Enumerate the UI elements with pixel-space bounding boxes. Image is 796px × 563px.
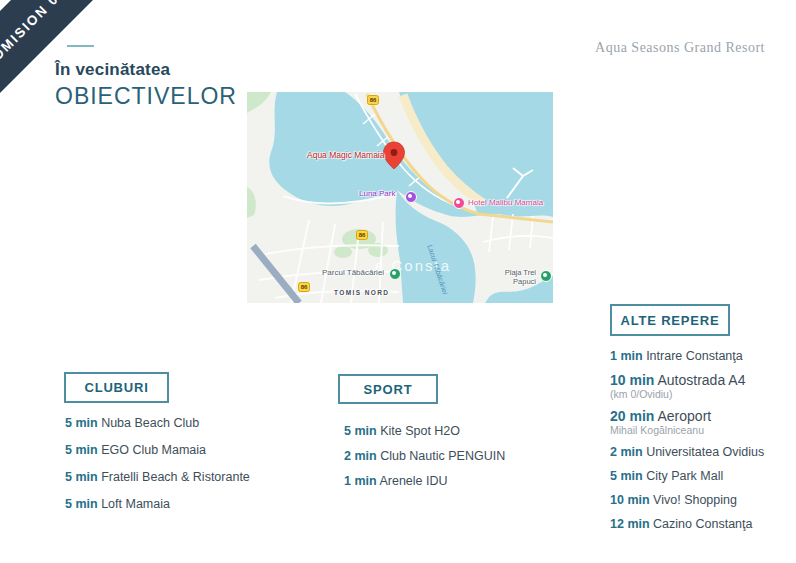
list-item: 12 min Cazino Constanţa bbox=[610, 516, 764, 532]
section-header-alte-repere: ALTE REPERE bbox=[610, 304, 730, 336]
poi-name: Cazino Constanţa bbox=[653, 517, 752, 531]
map-label-plaja-trei-papuci: Plaja Trei Papuci bbox=[496, 268, 536, 286]
title-divider bbox=[67, 45, 94, 47]
map-label-hotel-malibu: Hotel Malibu Mamaia bbox=[468, 198, 543, 207]
travel-time: 5 min bbox=[65, 470, 98, 484]
poi-name: Vivo! Shopping bbox=[653, 493, 737, 507]
list-item: 2 min Universitatea Ovidius bbox=[610, 444, 764, 460]
section-title-cluburi: CLUBURI bbox=[84, 380, 148, 395]
poi-name: Nuba Beach Club bbox=[101, 416, 199, 430]
section-title-alte-repere: ALTE REPERE bbox=[621, 313, 720, 328]
list-item: 1 min Intrare Constanţa bbox=[610, 348, 764, 364]
poi-subtext: (km 0/Ovidiu) bbox=[610, 388, 764, 400]
list-cluburi: 5 min Nuba Beach Club 5 min EGO Club Mam… bbox=[65, 416, 250, 524]
list-sport: 5 min Kite Spot H2O 2 min Club Nautic PE… bbox=[344, 424, 505, 499]
poi-name: Kite Spot H2O bbox=[380, 424, 460, 438]
travel-time: 12 min bbox=[610, 517, 650, 531]
list-item: 20 min Aeroport Mihail Kogălniceanu bbox=[610, 408, 764, 436]
poi-name: Intrare Constanţa bbox=[646, 349, 743, 363]
list-item: 10 min Vivo! Shopping bbox=[610, 492, 764, 508]
beach-poi-icon bbox=[540, 270, 552, 282]
page-title-line2: OBIECTIVELOR bbox=[55, 83, 237, 110]
map-label-plaja-line2: Papuci bbox=[496, 277, 536, 286]
travel-time: 5 min bbox=[65, 443, 98, 457]
travel-time: 5 min bbox=[65, 497, 98, 511]
list-item: 5 min EGO Club Mamaia bbox=[65, 443, 250, 457]
section-title-sport: SPORT bbox=[364, 382, 413, 397]
map-label-aqua-magic: Aqua Magic Mamaia bbox=[307, 150, 384, 160]
list-item: 5 min Loft Mamaia bbox=[65, 497, 250, 511]
location-map: e Consta Lacul Tăbăcăriei 86 86 86 Aqua … bbox=[247, 92, 553, 303]
poi-name: EGO Club Mamaia bbox=[101, 443, 206, 457]
list-alte-repere: 1 min Intrare Constanţa 10 min Autostrad… bbox=[610, 348, 764, 540]
section-header-cluburi: CLUBURI bbox=[64, 372, 169, 403]
list-item: 5 min Kite Spot H2O bbox=[344, 424, 505, 438]
list-item: 5 min Fratelli Beach & Ristorante bbox=[65, 470, 250, 484]
map-label-luna-park: Luna Park bbox=[359, 189, 395, 198]
hotel-poi-icon bbox=[453, 197, 465, 209]
road-badge-icon: 86 bbox=[298, 282, 310, 292]
map-label-parcul-tabacariei: Parcul Tăbăcăriei bbox=[322, 268, 384, 277]
road-badge-icon: 86 bbox=[367, 95, 379, 105]
list-item: 5 min Nuba Beach Club bbox=[65, 416, 250, 430]
poi-name: City Park Mall bbox=[646, 469, 723, 483]
list-item: 10 min Autostrada A4 (km 0/Ovidiu) bbox=[610, 372, 764, 400]
travel-time: 5 min bbox=[65, 416, 98, 430]
list-item: 1 min Arenele IDU bbox=[344, 474, 505, 488]
page-title-line1: În vecinătatea bbox=[55, 60, 237, 80]
amusement-park-poi-icon bbox=[405, 191, 417, 203]
list-item: 2 min Club Nautic PENGUIN bbox=[344, 449, 505, 463]
poi-name: Universitatea Ovidius bbox=[646, 445, 764, 459]
park-poi-icon bbox=[389, 268, 401, 280]
map-label-tomis-nord: TOMIS NORD bbox=[334, 289, 389, 296]
road-badge-icon: 86 bbox=[356, 230, 368, 240]
poi-name: Fratelli Beach & Ristorante bbox=[101, 470, 250, 484]
poi-name: Autostrada A4 bbox=[657, 372, 745, 388]
poi-subtext: Mihail Kogălniceanu bbox=[610, 424, 764, 436]
poi-name: Loft Mamaia bbox=[101, 497, 170, 511]
travel-time: 1 min bbox=[344, 474, 377, 488]
travel-time: 5 min bbox=[610, 469, 643, 483]
brochure-page: COMISION 0% Aqua Seasons Grand Resort În… bbox=[0, 0, 796, 563]
list-item: 5 min City Park Mall bbox=[610, 468, 764, 484]
travel-time: 10 min bbox=[610, 372, 654, 388]
poi-name: Club Nautic PENGUIN bbox=[380, 449, 505, 463]
map-label-plaja-line1: Plaja Trei bbox=[496, 268, 536, 277]
poi-name: Arenele IDU bbox=[379, 474, 447, 488]
poi-name: Aeroport bbox=[657, 408, 711, 424]
brand-name: Aqua Seasons Grand Resort bbox=[595, 40, 765, 56]
travel-time: 10 min bbox=[610, 493, 650, 507]
travel-time: 2 min bbox=[344, 449, 377, 463]
travel-time: 5 min bbox=[344, 424, 377, 438]
section-header-sport: SPORT bbox=[338, 374, 438, 404]
travel-time: 1 min bbox=[610, 349, 643, 363]
travel-time: 2 min bbox=[610, 445, 643, 459]
travel-time: 20 min bbox=[610, 408, 654, 424]
page-title: În vecinătatea OBIECTIVELOR bbox=[55, 60, 237, 110]
